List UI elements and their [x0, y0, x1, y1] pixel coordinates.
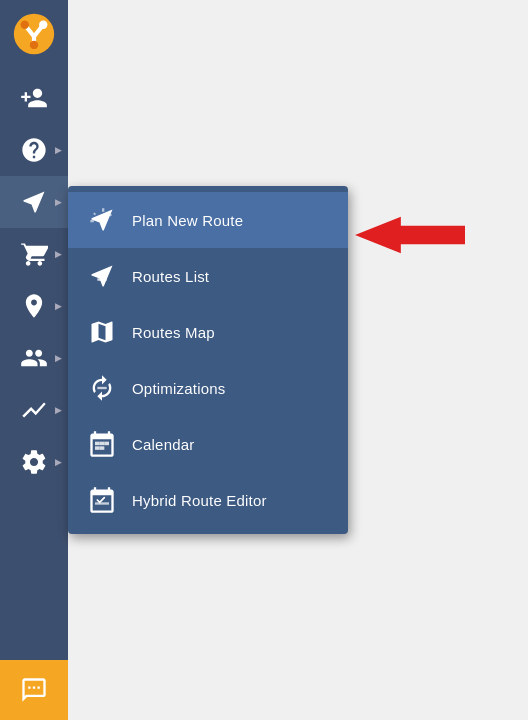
menu-item-routes-list[interactable]: Routes List [68, 248, 348, 304]
sidebar-item-team[interactable]: ▶ [0, 332, 68, 384]
add-user-icon [20, 84, 48, 112]
settings-icon [20, 448, 48, 476]
hybrid-route-editor-icon [86, 484, 118, 516]
plan-new-route-label: Plan New Route [132, 212, 243, 229]
logo-icon [13, 13, 55, 55]
calendar-label: Calendar [132, 436, 194, 453]
chat-button[interactable] [0, 660, 68, 720]
sidebar-item-settings[interactable]: ▶ [0, 436, 68, 488]
svg-marker-11 [355, 217, 465, 254]
arrow-icon [355, 210, 465, 260]
routes-list-label: Routes List [132, 268, 209, 285]
sidebar-logo[interactable] [0, 0, 68, 68]
team-chevron: ▶ [55, 353, 62, 363]
menu-item-calendar[interactable]: Calendar [68, 416, 348, 472]
calendar-icon [86, 428, 118, 460]
menu-item-hybrid-route-editor[interactable]: Hybrid Route Editor [68, 472, 348, 528]
svg-point-3 [30, 41, 38, 49]
svg-rect-4 [97, 387, 106, 389]
tracking-chevron: ▶ [55, 301, 62, 311]
settings-chevron: ▶ [55, 457, 62, 467]
sidebar-item-analytics[interactable]: ▶ [0, 384, 68, 436]
sidebar-item-tracking[interactable]: ▶ [0, 280, 68, 332]
sidebar: ▶ ▶ ▶ ▶ ▶ ▶ ▶ [0, 0, 68, 720]
hybrid-route-editor-label: Hybrid Route Editor [132, 492, 267, 509]
analytics-chevron: ▶ [55, 405, 62, 415]
svg-rect-6 [100, 442, 105, 446]
optimizations-icon [86, 372, 118, 404]
svg-rect-10 [95, 502, 109, 504]
svg-point-2 [39, 21, 47, 29]
svg-rect-8 [95, 446, 100, 450]
arrow-indicator [355, 210, 465, 260]
svg-rect-7 [104, 442, 109, 446]
orders-chevron: ▶ [55, 249, 62, 259]
orders-icon [20, 240, 48, 268]
menu-item-optimizations[interactable]: Optimizations [68, 360, 348, 416]
team-icon [20, 344, 48, 372]
sidebar-item-add-user[interactable] [0, 72, 68, 124]
tracking-icon [20, 292, 48, 320]
menu-item-plan-new-route[interactable]: Plan New Route [68, 192, 348, 248]
help-chevron: ▶ [55, 145, 62, 155]
routes-chevron: ▶ [55, 197, 62, 207]
optimizations-label: Optimizations [132, 380, 225, 397]
routes-map-label: Routes Map [132, 324, 215, 341]
svg-rect-9 [100, 446, 105, 450]
svg-point-1 [21, 21, 29, 29]
help-icon [20, 136, 48, 164]
sidebar-item-routes[interactable]: ▶ [0, 176, 68, 228]
sidebar-item-orders[interactable]: ▶ [0, 228, 68, 280]
menu-item-routes-map[interactable]: Routes Map [68, 304, 348, 360]
chat-icon [20, 676, 48, 704]
analytics-icon [20, 396, 48, 424]
routes-dropdown-menu: Plan New Route Routes List Routes Map Op… [68, 186, 348, 534]
routes-list-icon [86, 260, 118, 292]
plan-new-route-icon [86, 204, 118, 236]
sidebar-item-help[interactable]: ▶ [0, 124, 68, 176]
routes-icon [20, 188, 48, 216]
svg-rect-5 [95, 442, 100, 446]
routes-map-icon [86, 316, 118, 348]
